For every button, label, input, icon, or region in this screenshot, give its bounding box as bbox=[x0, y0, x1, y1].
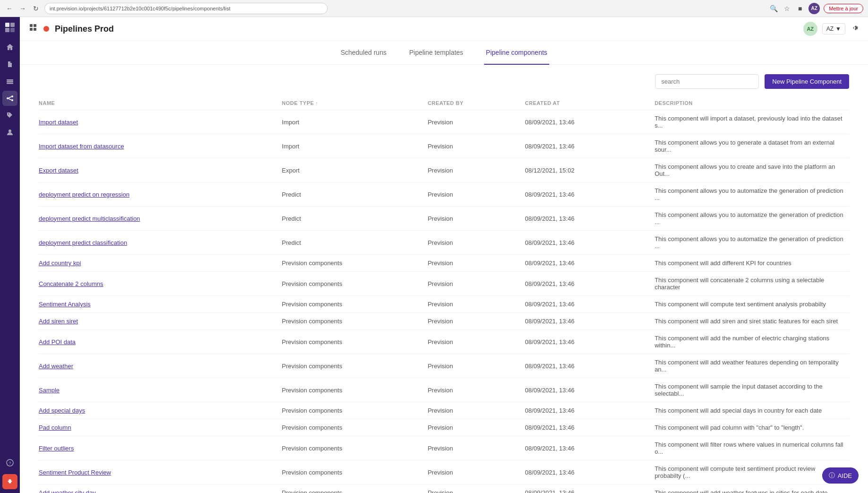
tabs-bar: Scheduled runs Pipeline templates Pipeli… bbox=[20, 41, 868, 65]
table-row: Add siren siretPrevision componentsPrevi… bbox=[39, 313, 849, 330]
cell-created-by: Prevision bbox=[428, 378, 525, 402]
cell-created-at: 08/09/2021, 13:46 bbox=[525, 419, 655, 436]
row-name-link[interactable]: Add weather city day bbox=[39, 489, 96, 493]
user-avatar: AZ bbox=[803, 22, 817, 36]
user-dropdown-label: AZ bbox=[826, 26, 834, 32]
cell-name: Sentiment Product Review bbox=[39, 460, 282, 484]
search-icon[interactable]: 🔍 bbox=[769, 4, 778, 13]
row-name-link[interactable]: Concatenate 2 columns bbox=[39, 280, 103, 287]
tab-pipeline-components[interactable]: Pipeline components bbox=[484, 41, 549, 65]
sidebar-item-home[interactable] bbox=[2, 40, 17, 55]
cell-description: This component will add the number of el… bbox=[655, 330, 849, 354]
cell-name: Import dataset from datasource bbox=[39, 134, 282, 158]
svg-text:?: ? bbox=[9, 461, 11, 466]
row-name-link[interactable]: deployment predict classification bbox=[39, 239, 127, 246]
row-name-link[interactable]: Export dataset bbox=[39, 167, 78, 174]
row-name-link[interactable]: deployment predict on regression bbox=[39, 191, 129, 198]
sidebar-item-tag[interactable] bbox=[2, 108, 17, 123]
row-name-link[interactable]: Import dataset from datasource bbox=[39, 143, 124, 150]
cell-created-at: 08/09/2021, 13:46 bbox=[525, 134, 655, 158]
tab-scheduled-runs[interactable]: Scheduled runs bbox=[339, 41, 388, 65]
cell-description: This component allows you to generate a … bbox=[655, 134, 849, 158]
row-name-link[interactable]: Add weather bbox=[39, 363, 73, 370]
star-icon[interactable]: ☆ bbox=[782, 4, 791, 13]
row-name-link[interactable]: Filter outliers bbox=[39, 445, 74, 452]
search-input[interactable] bbox=[655, 74, 759, 89]
cell-node-type: Prevision components bbox=[282, 272, 428, 296]
settings-icon[interactable] bbox=[850, 24, 859, 34]
sidebar-item-stack[interactable] bbox=[2, 74, 17, 89]
row-name-link[interactable]: Sample bbox=[39, 387, 60, 394]
user-dropdown[interactable]: AZ ▼ bbox=[822, 23, 845, 35]
status-dot bbox=[43, 26, 49, 32]
table-row: Pad columnPrevision componentsPrevision0… bbox=[39, 419, 849, 436]
update-button[interactable]: Mettre à jour bbox=[824, 4, 863, 13]
cell-node-type: Import bbox=[282, 134, 428, 158]
grid-icon[interactable] bbox=[29, 24, 38, 34]
sidebar-item-pipeline[interactable] bbox=[2, 91, 17, 106]
main-content: Pipelines Prod AZ AZ ▼ Scheduled runs Pi… bbox=[20, 17, 868, 493]
row-name-link[interactable]: Sentiment Analysis bbox=[39, 301, 91, 308]
cell-node-type: Prevision components bbox=[282, 313, 428, 330]
forward-button[interactable]: → bbox=[18, 4, 27, 13]
row-name-link[interactable]: Sentiment Product Review bbox=[39, 469, 111, 476]
table-header-row: NAME NODE TYPE CREATED BY CREATED AT DES… bbox=[39, 96, 849, 110]
sidebar-item-documents[interactable] bbox=[2, 57, 17, 72]
content-area: New Pipeline Component NAME NODE TYPE CR… bbox=[20, 65, 868, 493]
svg-rect-0 bbox=[5, 23, 9, 27]
cell-description: This component allows you to automatize … bbox=[655, 231, 849, 255]
cell-node-type: Prevision components bbox=[282, 460, 428, 484]
sidebar-item-help[interactable]: ? bbox=[2, 455, 17, 470]
cell-node-type: Prevision components bbox=[282, 402, 428, 419]
table-row: Add country kpiPrevision componentsPrevi… bbox=[39, 255, 849, 272]
svg-point-12 bbox=[9, 130, 11, 132]
cell-name: Add special days bbox=[39, 402, 282, 419]
browser-user-avatar[interactable]: AZ bbox=[808, 3, 820, 14]
svg-point-8 bbox=[11, 95, 13, 97]
table-row: Add POI dataPrevision componentsPrevisio… bbox=[39, 330, 849, 354]
cell-name: Concatenate 2 columns bbox=[39, 272, 282, 296]
cell-created-at: 08/09/2021, 13:46 bbox=[525, 354, 655, 378]
cell-node-type: Prevision components bbox=[282, 484, 428, 493]
col-node-type[interactable]: NODE TYPE bbox=[282, 96, 428, 110]
cell-created-at: 08/09/2021, 13:46 bbox=[525, 255, 655, 272]
cell-created-by: Prevision bbox=[428, 313, 525, 330]
back-button[interactable]: ← bbox=[5, 4, 14, 13]
toolbar: New Pipeline Component bbox=[39, 74, 849, 89]
cell-name: Add country kpi bbox=[39, 255, 282, 272]
row-name-link[interactable]: deployment predict multiclassification bbox=[39, 215, 140, 222]
cell-node-type: Predict bbox=[282, 182, 428, 207]
svg-rect-5 bbox=[7, 81, 13, 83]
svg-rect-1 bbox=[10, 23, 15, 27]
row-name-link[interactable]: Add special days bbox=[39, 407, 85, 414]
cell-node-type: Prevision components bbox=[282, 255, 428, 272]
svg-rect-6 bbox=[7, 83, 13, 84]
cell-description: This component will add special days in … bbox=[655, 402, 849, 419]
sidebar-item-user[interactable] bbox=[2, 125, 17, 140]
cell-created-at: 08/09/2021, 13:46 bbox=[525, 330, 655, 354]
cell-created-by: Prevision bbox=[428, 330, 525, 354]
new-pipeline-button[interactable]: New Pipeline Component bbox=[765, 74, 849, 89]
sidebar-item-bug[interactable] bbox=[2, 474, 17, 489]
row-name-link[interactable]: Add country kpi bbox=[39, 259, 81, 267]
cell-description: This component will compute text sentime… bbox=[655, 296, 849, 313]
cell-name: Sample bbox=[39, 378, 282, 402]
cell-created-by: Prevision bbox=[428, 231, 525, 255]
svg-rect-16 bbox=[34, 24, 36, 27]
cell-created-by: Prevision bbox=[428, 207, 525, 231]
help-button[interactable]: ⓘ AIDE bbox=[822, 467, 859, 484]
svg-line-10 bbox=[9, 97, 11, 98]
tab-pipeline-templates[interactable]: Pipeline templates bbox=[407, 41, 465, 65]
app-container: ? Pipelines Prod AZ AZ ▼ bbox=[0, 17, 868, 493]
address-bar[interactable]: int.prevision.io/projects/61127712b2e10c… bbox=[44, 3, 328, 14]
logo bbox=[3, 21, 17, 34]
extensions-icon[interactable]: ■ bbox=[795, 4, 805, 13]
row-name-link[interactable]: Add POI data bbox=[39, 338, 76, 346]
cell-created-by: Prevision bbox=[428, 419, 525, 436]
row-name-link[interactable]: Import dataset bbox=[39, 119, 78, 126]
cell-created-by: Prevision bbox=[428, 460, 525, 484]
row-name-link[interactable]: Pad column bbox=[39, 424, 71, 431]
row-name-link[interactable]: Add siren siret bbox=[39, 318, 78, 325]
reload-button[interactable]: ↻ bbox=[31, 4, 41, 13]
help-circle-icon: ⓘ bbox=[829, 471, 835, 480]
